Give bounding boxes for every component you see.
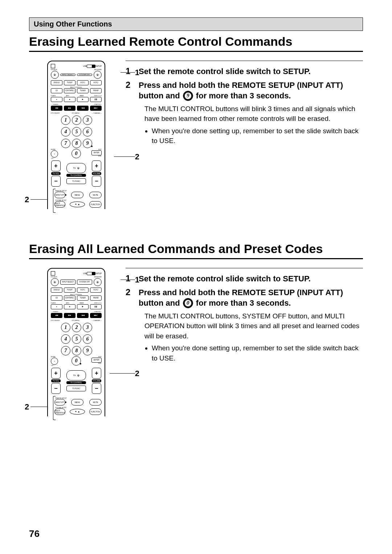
key-0-label: 0 (75, 358, 78, 364)
input-att-label: INPUT ATT (55, 401, 64, 403)
tv-control-label: TV CONTROL (66, 381, 86, 384)
tv-vol-label: TV VOL (51, 379, 61, 382)
step-2-body: The MULTI CONTROL buttons will blink 3 t… (144, 104, 363, 146)
heading-2: Erasing All Learned Commands and Preset … (29, 242, 363, 259)
step-1: Set the remote control slide switch to S… (126, 66, 363, 77)
callout-line (114, 156, 135, 157)
label-source: SOURCE (51, 69, 57, 70)
key-2: 2 (72, 115, 81, 125)
disc-label: DISC (98, 155, 102, 157)
record-icon: ● (51, 304, 62, 309)
tiny-label: DTV ON/OFF (51, 319, 60, 321)
tv-func-button: TV FUNC (66, 178, 86, 184)
plus10-label: +10 (51, 365, 53, 366)
tv-vol-up-button: + (51, 368, 61, 379)
highlight-dot-icon (65, 402, 66, 403)
tv-control-label: TV CONTROL (66, 174, 86, 177)
tiny-label: BAND (80, 95, 84, 97)
mute-button: MUTE (89, 192, 102, 198)
step-2-title: Press and hold both the REMOTE SETUP (IN… (139, 287, 363, 309)
vcr2-button: VCR 2 (90, 80, 102, 85)
ir-window-icon (51, 271, 55, 276)
key-7: 7 (61, 139, 70, 148)
key-5: 5 (72, 334, 81, 344)
step-1-title: Set the remote control slide switch to S… (139, 66, 363, 77)
input-att-button: INPUT ATT (54, 399, 65, 406)
step-1: Set the remote control slide switch to S… (126, 273, 363, 284)
input-select-button: INPUT SELECT (60, 74, 75, 76)
step-2-title-after: for more than 3 seconds. (194, 91, 291, 100)
step-2-bullet: When you're done setting up, remember to… (152, 126, 363, 146)
slide-label-setup: SETUP (95, 272, 102, 274)
step-2-title: Press and hold both the REMOTE SETUP (IN… (139, 80, 363, 102)
highlight-dot-icon (65, 194, 66, 196)
power-icon: ⏻ (77, 167, 79, 169)
play-icon: ▶ (77, 304, 89, 309)
rewind-icon: ◀◀ (51, 106, 62, 111)
tiny-label: DTV MENU (72, 319, 79, 321)
step-2: Press and hold both the REMOTE SETUP (IN… (126, 80, 363, 146)
key-5: 5 (72, 127, 81, 137)
menu-button: MENU (71, 192, 83, 198)
highlight-dot-icon (91, 146, 93, 147)
key-6: 6 (83, 127, 92, 137)
mute-button: MUTE (89, 399, 102, 406)
input-select-button: INPUT SELECT (60, 280, 75, 285)
remote-column-1: 1 2 2 USE SETUP SOURCERECEIVER ⏻ (29, 61, 123, 209)
key-0: 0 (72, 356, 81, 366)
prev-track-icon: |◀◀ (77, 106, 89, 111)
key-6: 6 (83, 334, 92, 344)
step-2-body: The MULTI CONTROL buttons, SYSTEM OFF bu… (144, 311, 363, 363)
remote-diagram: USE SETUP SOURCERECEIVER ⏻ INPUT SELECT … (47, 268, 105, 416)
step-2-body-text: The MULTI CONTROL buttons will blink 3 t… (144, 105, 355, 123)
tiny-label: DVD 5.1 ch (94, 95, 102, 97)
instructions-2: Set the remote control slide switch to S… (123, 268, 363, 366)
power-icon: ⏻ (77, 374, 79, 376)
power-icon: ⏻ (94, 71, 102, 79)
key-8: 8 (72, 139, 81, 148)
function-button: FUNCTION (89, 201, 102, 208)
key-4: 4 (61, 334, 70, 344)
fm-am-button: FM/AM (90, 296, 102, 301)
disc-label: DISC (98, 363, 102, 364)
page-number: 76 (29, 528, 40, 539)
menu-button: MENU (71, 399, 83, 406)
tv-vol-label: TV VOL (51, 172, 61, 175)
tv-func-button: TV FUNC (66, 386, 86, 391)
vcr1-button: VCR 1 (77, 80, 89, 85)
stop-icon: ■ (64, 304, 75, 309)
key-0: 0 (72, 149, 81, 158)
vcr1-button: VCR 1 (77, 288, 89, 293)
slide-label-use: USE (83, 272, 87, 274)
power-icon: ⏻ (94, 278, 102, 286)
tiny-label: DTV ON/OFF (51, 112, 60, 114)
step-2-body-text: The MULTI CONTROL buttons, SYSTEM OFF bu… (144, 312, 359, 340)
instructions-1: Set the remote control slide switch to S… (123, 61, 363, 149)
key-0-icon: 0 (183, 298, 193, 308)
step-2: Press and hold both the REMOTE SETUP (IN… (126, 287, 363, 363)
remote-column-2: 1 2 2 USE SETUP SOURCERECEIVER ⏻ INPUT S… (29, 268, 123, 416)
tv-label: TV (73, 374, 76, 376)
highlight-dot-icon (80, 363, 81, 364)
tv-sat-button: TV/SAT (64, 80, 75, 85)
system-off-button: SYSTEM OFF (77, 280, 92, 285)
fast-forward-icon: ▶▶ (64, 106, 75, 111)
station-label: — STATION + (93, 103, 102, 105)
slide-label-use: USE (83, 65, 87, 67)
tv-power-oval: TV ⏻ (66, 370, 86, 380)
key-9: 9 (83, 346, 92, 355)
tiny-label: MPX (66, 302, 69, 304)
input-att-button: INPUT ATT (54, 192, 65, 198)
record-icon: ● (51, 97, 62, 102)
remote-diagram: USE SETUP SOURCERECEIVER ⏻ INPUT SELECT … (47, 61, 105, 209)
tv-vol-up-button: + (51, 160, 61, 171)
key-1: 1 (61, 323, 70, 332)
key-7: 7 (61, 346, 70, 355)
step-1-title: Set the remote control slide switch to S… (139, 273, 363, 284)
system-off-button: SYSTEM OFF (77, 74, 92, 76)
tv-label: TV (73, 167, 76, 169)
key-3: 3 (83, 115, 92, 125)
play-icon: ▶ (77, 97, 89, 102)
cdr-tape-button: CDR/TAPE 1 (64, 296, 75, 301)
guide-button: ◦ (51, 358, 58, 365)
